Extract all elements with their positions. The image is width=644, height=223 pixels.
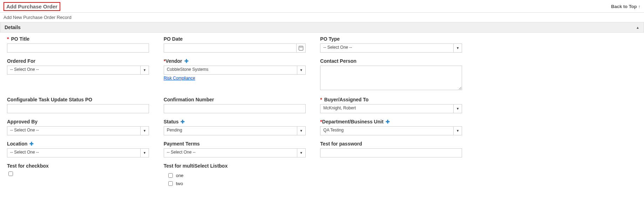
- config-task-label: Configurable Task Update Status PO: [7, 97, 92, 102]
- chevron-down-icon[interactable]: ▼: [453, 44, 462, 52]
- section-title: Details: [5, 25, 21, 30]
- payment-terms-value: -- Select One --: [164, 149, 297, 157]
- required-star: *: [320, 97, 322, 102]
- po-date-field[interactable]: [164, 43, 306, 53]
- details-section-header[interactable]: Details ▲: [0, 22, 644, 33]
- chevron-down-icon[interactable]: ▼: [297, 149, 305, 157]
- dept-select[interactable]: QA Testing ▼: [320, 126, 462, 135]
- confirmation-input[interactable]: [164, 104, 306, 113]
- dept-label: Department/Business Unit: [322, 119, 384, 124]
- vendor-label: Vendor: [165, 58, 182, 64]
- required-star: *: [7, 36, 9, 42]
- back-to-top-label: Back to Top: [611, 4, 637, 9]
- payment-terms-select[interactable]: -- Select One -- ▼: [164, 148, 306, 157]
- page-title: Add Purchase Order: [4, 2, 60, 11]
- arrow-up-icon: ↑: [638, 4, 641, 9]
- confirmation-label: Confirmation Number: [164, 97, 214, 102]
- ordered-for-select[interactable]: -- Select One -- ▼: [7, 66, 149, 75]
- buyer-value: McKnight, Robert: [320, 104, 453, 113]
- payment-terms-label: Payment Terms: [164, 141, 200, 147]
- plus-icon[interactable]: ✚: [29, 141, 34, 146]
- contact-person-textarea[interactable]: [320, 66, 462, 90]
- chevron-down-icon[interactable]: ▼: [453, 104, 462, 113]
- vendor-value: CobbleStone Systems: [164, 66, 297, 74]
- test-password-input[interactable]: [320, 148, 462, 157]
- contact-person-label: Contact Person: [320, 58, 356, 64]
- multi-listbox: one two: [164, 170, 306, 189]
- test-checkbox-label: Test for checkbox: [7, 163, 49, 169]
- vendor-select[interactable]: CobbleStone Systems ▼: [164, 66, 306, 75]
- plus-icon[interactable]: ✚: [184, 59, 189, 63]
- plus-icon[interactable]: ✚: [181, 119, 185, 124]
- approved-by-value: -- Select One --: [7, 127, 140, 135]
- buyer-label: Buyer/Assigned To: [324, 97, 369, 102]
- listbox-checkbox[interactable]: [168, 173, 173, 178]
- calendar-button[interactable]: [296, 44, 305, 52]
- location-value: -- Select One --: [7, 149, 140, 157]
- ordered-for-value: -- Select One --: [7, 66, 140, 74]
- calendar-icon: [299, 46, 303, 50]
- dept-value: QA Testing: [320, 127, 453, 135]
- status-label: Status: [164, 119, 179, 124]
- back-to-top-link[interactable]: Back to Top ↑: [611, 4, 640, 9]
- listbox-item[interactable]: one: [167, 171, 303, 180]
- po-date-label: PO Date: [164, 36, 183, 42]
- status-select[interactable]: Pending ▼: [164, 126, 306, 135]
- approved-by-label: Approved By: [7, 119, 38, 124]
- test-password-label: Test for password: [320, 141, 362, 147]
- status-value: Pending: [164, 127, 297, 135]
- ordered-for-label: Ordered For: [7, 58, 35, 64]
- chevron-down-icon[interactable]: ▼: [140, 66, 149, 74]
- listbox-option-label: two: [176, 181, 183, 186]
- config-task-input[interactable]: [7, 104, 149, 113]
- listbox-option-label: one: [176, 173, 184, 178]
- multi-listbox-label: Test for multiSelect Listbox: [164, 163, 228, 169]
- chevron-down-icon[interactable]: ▼: [453, 127, 462, 135]
- plus-icon[interactable]: ✚: [386, 119, 390, 124]
- chevron-down-icon[interactable]: ▼: [140, 127, 149, 135]
- listbox-checkbox[interactable]: [168, 181, 173, 186]
- chevron-down-icon[interactable]: ▼: [297, 127, 305, 135]
- po-title-label: PO Title: [11, 36, 29, 42]
- collapse-icon: ▲: [636, 26, 639, 29]
- location-select[interactable]: -- Select One -- ▼: [7, 148, 149, 157]
- po-type-label: PO Type: [320, 36, 340, 42]
- listbox-item[interactable]: two: [167, 180, 303, 188]
- po-title-input[interactable]: [7, 43, 149, 53]
- risk-compliance-link[interactable]: Risk Compliance: [164, 76, 195, 81]
- chevron-down-icon[interactable]: ▼: [140, 149, 149, 157]
- po-type-select[interactable]: -- Select One -- ▼: [320, 43, 462, 53]
- test-checkbox[interactable]: [8, 171, 13, 176]
- approved-by-select[interactable]: -- Select One -- ▼: [7, 126, 149, 135]
- po-type-value: -- Select One --: [320, 44, 453, 52]
- location-label: Location: [7, 141, 27, 147]
- subtitle: Add New Purchase Order Record: [0, 13, 644, 22]
- chevron-down-icon[interactable]: ▼: [297, 66, 305, 74]
- buyer-select[interactable]: McKnight, Robert ▼: [320, 104, 462, 113]
- po-date-input[interactable]: [164, 44, 296, 52]
